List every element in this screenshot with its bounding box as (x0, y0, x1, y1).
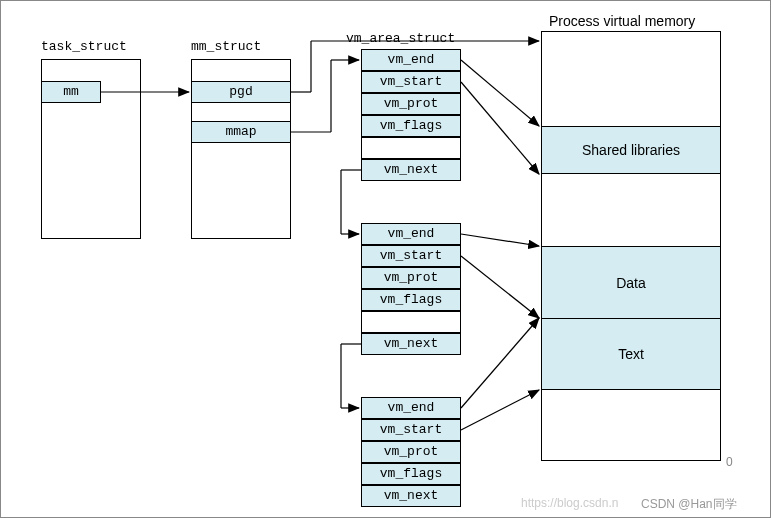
title-vm-area-struct: vm_area_struct (346, 31, 455, 46)
vma1-vm-prot: vm_prot (361, 93, 461, 115)
vma1-vm-flags: vm_flags (361, 115, 461, 137)
vma2-vm-start: vm_start (361, 245, 461, 267)
title-task-struct: task_struct (41, 39, 127, 54)
watermark-left: https://blog.csdn.n (521, 496, 618, 510)
field-mm: mm (41, 81, 101, 103)
vma2-vm-end: vm_end (361, 223, 461, 245)
watermark-right: CSDN @Han同学 (641, 496, 737, 513)
vma1-vm-next: vm_next (361, 159, 461, 181)
vma3-vm-end: vm_end (361, 397, 461, 419)
title-mm-struct: mm_struct (191, 39, 261, 54)
svg-line-16 (461, 256, 539, 318)
field-pgd: pgd (191, 81, 291, 103)
svg-line-17 (461, 318, 539, 408)
vma3-vm-start: vm_start (361, 419, 461, 441)
vma3-vm-prot: vm_prot (361, 441, 461, 463)
mem-data: Data (541, 246, 721, 318)
vma1-vm-end: vm_end (361, 49, 461, 71)
vma2-vm-next: vm_next (361, 333, 461, 355)
title-process-vm: Process virtual memory (549, 13, 695, 29)
mem-zero-label: 0 (726, 455, 733, 469)
svg-line-13 (461, 60, 539, 126)
svg-line-14 (461, 82, 539, 174)
svg-line-18 (461, 390, 539, 430)
vma3-vm-flags: vm_flags (361, 463, 461, 485)
mem-text: Text (541, 318, 721, 390)
vma3-vm-next: vm_next (361, 485, 461, 507)
vma1-vm-start: vm_start (361, 71, 461, 93)
field-mmap: mmap (191, 121, 291, 143)
vma1-spacer (361, 137, 461, 159)
svg-line-15 (461, 234, 539, 246)
mem-shared-libs: Shared libraries (541, 126, 721, 174)
vma2-spacer (361, 311, 461, 333)
vma2-vm-prot: vm_prot (361, 267, 461, 289)
diagram-canvas: task_struct mm_struct vm_area_struct Pro… (0, 0, 771, 518)
vma2-vm-flags: vm_flags (361, 289, 461, 311)
